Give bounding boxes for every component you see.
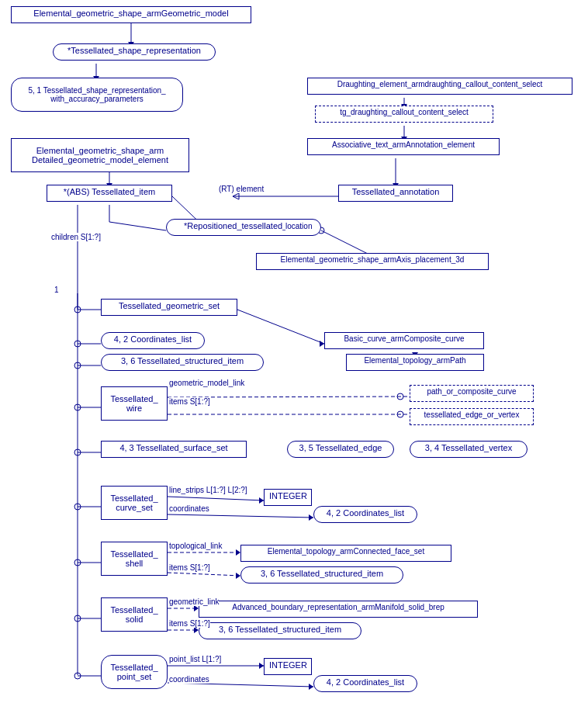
tessellated-structured-36b-box: 3, 6 Tessellated_structured_item bbox=[240, 566, 403, 584]
coordinates-list-42c-box: 4, 2 Coordinates_list bbox=[313, 675, 417, 692]
path-or-composite-box: path_or_composite_curve bbox=[410, 385, 534, 402]
items-s1b-label: items S[1:?] bbox=[169, 563, 210, 572]
svg-point-31 bbox=[74, 559, 81, 566]
tessellated-curve-set-box: Tessellated_ curve_set bbox=[101, 486, 168, 520]
tessellated-annotation-box: Tessellated_annotation bbox=[338, 185, 453, 202]
one-label: 1 bbox=[54, 286, 59, 294]
svg-line-48 bbox=[168, 514, 313, 518]
tessellated-solid-box: Tessellated_ solid bbox=[101, 597, 168, 632]
integer-box2: INTEGER bbox=[264, 658, 312, 675]
line-strips-label: line_strips L[1:?] L[2:?] bbox=[169, 486, 247, 494]
elemental-geometric-detail-box: Elemental_geometric_shape_arm Detailed_g… bbox=[11, 138, 189, 172]
integer-box: INTEGER bbox=[264, 489, 312, 506]
elemental-axis-placement-box: Elemental_geometric_shape_armAxis_placem… bbox=[256, 253, 489, 270]
coordinates-list-42b-box: 4, 2 Coordinates_list bbox=[313, 506, 417, 523]
svg-point-23 bbox=[74, 362, 81, 369]
items-s1c-label: items S[1:?] bbox=[169, 619, 210, 628]
tessellated-surface-set-box: 4, 3 Tessellated_surface_set bbox=[101, 441, 247, 458]
tg-draughting-box: tg_draughting_callout_content_select bbox=[315, 106, 493, 123]
coordinates-label2: coordinates bbox=[169, 675, 209, 684]
point-list-label: point_list L[1:?] bbox=[169, 655, 221, 663]
coordinates-list-42-box: 4, 2 Coordinates_list bbox=[101, 332, 205, 349]
elemental-geometric-shape-arm-box: Elemental_geometric_shape_armGeometric_m… bbox=[11, 6, 251, 23]
geometric-model-link-label: geometric_model_link bbox=[169, 379, 244, 387]
elemental-topology-path-box: Elemental_topology_armPath bbox=[346, 354, 484, 371]
svg-point-18 bbox=[74, 306, 81, 313]
tessellated-vertex-34-box: 3, 4 Tessellated_vertex bbox=[410, 441, 527, 458]
diagram: Elemental_geometric_shape_armGeometric_m… bbox=[0, 0, 588, 703]
svg-point-35 bbox=[74, 673, 81, 679]
tessellated-shape-rep-box: *Tessellated_shape_representation bbox=[53, 43, 216, 61]
svg-line-52 bbox=[168, 573, 240, 576]
tessellated-edge-35-box: 3, 5 Tessellated_edge bbox=[287, 441, 394, 458]
tessellated-shell-box: Tessellated_ shell bbox=[101, 542, 168, 576]
svg-line-62 bbox=[237, 310, 324, 344]
svg-line-46 bbox=[168, 497, 264, 500]
svg-point-29 bbox=[74, 504, 81, 510]
location-label: location bbox=[285, 222, 312, 230]
svg-point-27 bbox=[74, 449, 81, 455]
svg-point-33 bbox=[74, 615, 81, 622]
geometric-link-label: geometric_link bbox=[169, 597, 219, 606]
children-s-label: children S[1:?] bbox=[51, 233, 101, 241]
elemental-topology-connected-box: Elemental_topology_armConnected_face_set bbox=[240, 545, 451, 562]
coordinates-label: coordinates bbox=[169, 504, 209, 513]
tessellated-structured-36c-box: 3, 6 Tessellated_structured_item bbox=[199, 622, 361, 639]
topological-link-label: topological_link bbox=[169, 542, 222, 550]
svg-line-39 bbox=[109, 222, 166, 230]
advanced-boundary-rep-box: Advanced_boundary_representation_armMani… bbox=[199, 601, 478, 618]
svg-point-21 bbox=[74, 341, 81, 347]
tessellated-point-set-box: Tessellated_ point_set bbox=[101, 655, 168, 689]
tessellated-item-abs-box: *(ABS) Tessellated_item bbox=[47, 185, 172, 202]
svg-point-44 bbox=[397, 393, 403, 400]
tessellated-shape-rep-acc-box: 5, 1 Tessellated_shape_representation_ w… bbox=[11, 78, 183, 112]
svg-point-25 bbox=[74, 404, 81, 410]
svg-marker-15 bbox=[233, 193, 239, 199]
tessellated-edge-vertex-box: tessellated_edge_or_vertex bbox=[410, 408, 534, 425]
associative-text-box: Associative_text_armAnnotation_element bbox=[307, 138, 500, 155]
svg-point-45 bbox=[397, 411, 403, 417]
draughting-element-box: Draughting_element_armdraughting_callout… bbox=[307, 78, 572, 95]
basic-curve-composite-box: Basic_curve_armComposite_curve bbox=[324, 332, 484, 349]
tessellated-structured-36-box: 3, 6 Tessellated_structured_item bbox=[101, 354, 264, 371]
tessellated-wire-box: Tessellated_ wire bbox=[101, 386, 168, 421]
rt-element-label: (RT) element bbox=[219, 185, 264, 193]
tessellated-geometric-set-box: Tessellated_geometric_set bbox=[101, 299, 237, 316]
items-s1-label: items S[1:?] bbox=[169, 397, 210, 406]
